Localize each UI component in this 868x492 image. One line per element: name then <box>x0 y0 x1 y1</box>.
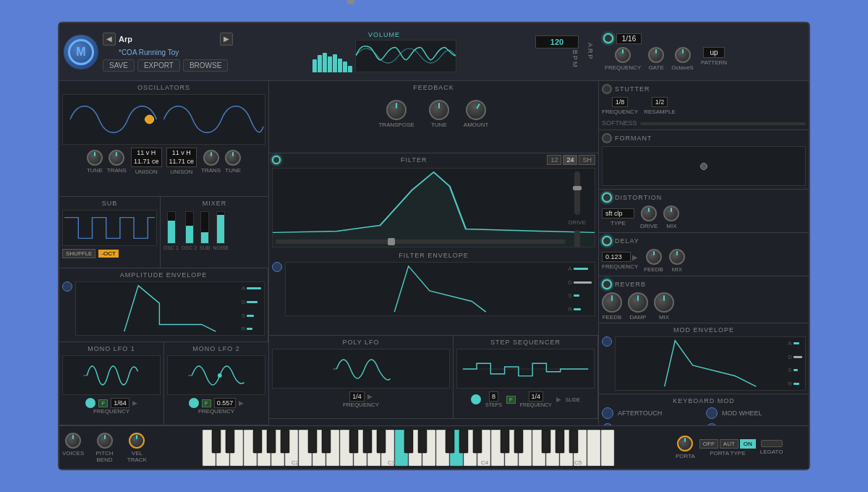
oct-btn[interactable]: -OCT <box>98 250 119 258</box>
unison1-label: UNISON <box>135 169 158 175</box>
mono-lfo2-power[interactable] <box>189 398 199 408</box>
legato-toggle[interactable] <box>761 440 783 447</box>
reverb-feedb-knob[interactable] <box>602 292 622 313</box>
feedback-tune-label: TUNE <box>431 122 447 128</box>
arp-power-btn[interactable] <box>603 33 613 43</box>
arp-rate-display[interactable]: 1/16 <box>616 33 642 44</box>
amount-knob[interactable] <box>462 96 490 124</box>
kmod-aftertouch: AFTERTOUCH <box>602 407 702 419</box>
volume-bars[interactable] <box>312 51 352 72</box>
formant-label: FORMANT <box>615 135 652 142</box>
noise-mixer-bar[interactable] <box>216 211 225 244</box>
bpm-area: 120 BPM <box>535 35 579 69</box>
filter-freq-slider[interactable] <box>276 239 566 244</box>
step-seq-f-badge[interactable]: F <box>506 396 516 404</box>
svg-rect-42 <box>322 430 331 453</box>
export-btn[interactable]: EXPORT <box>137 59 180 72</box>
filter-12-btn[interactable]: 12 <box>547 155 561 165</box>
sub-mixer-bar[interactable] <box>200 211 209 244</box>
tune-knob[interactable] <box>87 150 103 166</box>
filter-label: FILTER <box>284 156 544 164</box>
feedback-tune-knob[interactable] <box>429 100 449 120</box>
filter-power-btn[interactable] <box>272 156 281 164</box>
transpose-knob[interactable] <box>386 100 407 120</box>
mono-lfo1-power[interactable] <box>85 398 95 408</box>
filter-env-slider[interactable] <box>574 230 580 247</box>
svg-rect-41 <box>308 430 317 453</box>
trans-knob[interactable] <box>109 150 124 166</box>
step-seq-power[interactable] <box>471 394 481 404</box>
save-btn[interactable]: SAVE <box>103 59 135 72</box>
reverb-damp-knob[interactable] <box>628 292 648 313</box>
reverb-mix-label: MIX <box>659 314 669 321</box>
waveform-display <box>355 40 456 72</box>
keyboard[interactable]: C2 C3 C4 C5 <box>152 430 673 466</box>
browse-btn[interactable]: BROWSE <box>183 59 228 72</box>
distortion-drive-knob[interactable] <box>641 205 657 221</box>
amp-env-logo[interactable] <box>62 281 72 292</box>
synth-main: M ◀ Arp ▶ *COA Running Toy SAVE EXPORT B… <box>58 22 810 470</box>
svg-rect-52 <box>514 430 523 453</box>
osc2-mixer-bar[interactable] <box>185 211 194 244</box>
pitch-bend-knob[interactable] <box>97 433 113 449</box>
filter-display: DRIVE ENV DEPTH KEY TRACK <box>272 168 595 247</box>
amp-env-label: AMPLITUDE ENVELOPE <box>62 271 265 279</box>
arp-gate-knob[interactable] <box>648 47 664 63</box>
formant-power-btn[interactable] <box>602 133 612 143</box>
delay-mix-knob[interactable] <box>669 249 685 265</box>
mono-lfo2-f-badge[interactable]: F <box>202 399 211 407</box>
osc1-mixer-bar[interactable] <box>167 211 176 244</box>
formant-dot[interactable] <box>700 163 707 170</box>
step-seq-rate[interactable]: 1/4 <box>529 391 544 402</box>
trans2-knob[interactable] <box>203 150 219 166</box>
voices-knob[interactable] <box>65 433 81 449</box>
unison1-display[interactable]: 11 v H11.71 ce <box>131 148 162 167</box>
filter-env-logo[interactable] <box>272 262 282 272</box>
delay-freq-display[interactable]: 0.123 <box>602 252 631 262</box>
mono-lfo2-rate[interactable]: 0.557 <box>214 398 237 408</box>
stutter-freq-display[interactable]: 1/8 <box>612 97 629 107</box>
distortion-mix-knob[interactable] <box>663 205 679 221</box>
reverb-power-btn[interactable] <box>602 279 612 289</box>
svg-rect-39 <box>267 430 276 453</box>
porta-on-btn[interactable]: ON <box>740 439 756 449</box>
arp-pattern-label: PATTERN <box>701 59 727 66</box>
porta-off-btn[interactable]: OFF <box>699 439 718 449</box>
distortion-type[interactable]: sft clp <box>602 208 634 219</box>
oscillators-section: OSCILLATORS TUNE <box>59 81 268 197</box>
arp-pattern-display[interactable]: up <box>703 47 724 58</box>
shuffle-btn[interactable]: SHUFFLE <box>62 249 95 258</box>
delay-feedb-knob[interactable] <box>646 249 662 265</box>
filter-24-btn[interactable]: 24 <box>563 155 577 165</box>
tune2-knob[interactable] <box>225 150 241 166</box>
porta-knob[interactable] <box>677 436 693 451</box>
pitch-bend-label: PITCH BEND <box>91 450 118 463</box>
arp-frequency-knob[interactable] <box>615 47 631 63</box>
porta-aut-btn[interactable]: AUT <box>720 439 739 449</box>
preset-next-btn[interactable]: ▶ <box>220 33 233 46</box>
delay-feedb-label: FEEDB <box>644 266 663 273</box>
vel-track-label: VEL TRACK <box>125 450 149 463</box>
softness-slider[interactable] <box>640 122 806 125</box>
mono-lfo1-f-badge[interactable]: F <box>98 399 108 407</box>
tune-label: TUNE <box>87 167 103 174</box>
mod-env-label: MOD ENVELOPE <box>602 326 806 334</box>
mono-lfo1-section: MONO LFO 1 F 1/64 ▶ FREQUENCY <box>59 342 164 425</box>
logo[interactable]: M <box>64 35 98 69</box>
mod-env-logo[interactable] <box>602 336 612 347</box>
filter-drive-slider[interactable] <box>574 171 580 215</box>
filter-sh-btn[interactable]: SH <box>579 155 595 165</box>
stutter-resample-display[interactable]: 1/2 <box>652 97 668 107</box>
distortion-power-btn[interactable] <box>602 192 612 203</box>
vel-track-knob[interactable] <box>129 433 145 449</box>
bpm-display[interactable]: 120 <box>535 35 579 48</box>
mono-lfo1-rate[interactable]: 1/64 <box>111 398 129 408</box>
step-seq-steps[interactable]: 8 <box>489 391 498 402</box>
delay-power-btn[interactable] <box>602 236 612 246</box>
preset-prev-btn[interactable]: ◀ <box>103 33 116 46</box>
arp-octaves-knob[interactable] <box>675 47 691 63</box>
stutter-power-btn[interactable] <box>602 84 612 94</box>
reverb-mix-knob[interactable] <box>654 292 674 313</box>
poly-lfo-rate[interactable]: 1/4 <box>349 391 365 402</box>
unison2-display[interactable]: 11 v H11.71 ce <box>166 148 197 167</box>
